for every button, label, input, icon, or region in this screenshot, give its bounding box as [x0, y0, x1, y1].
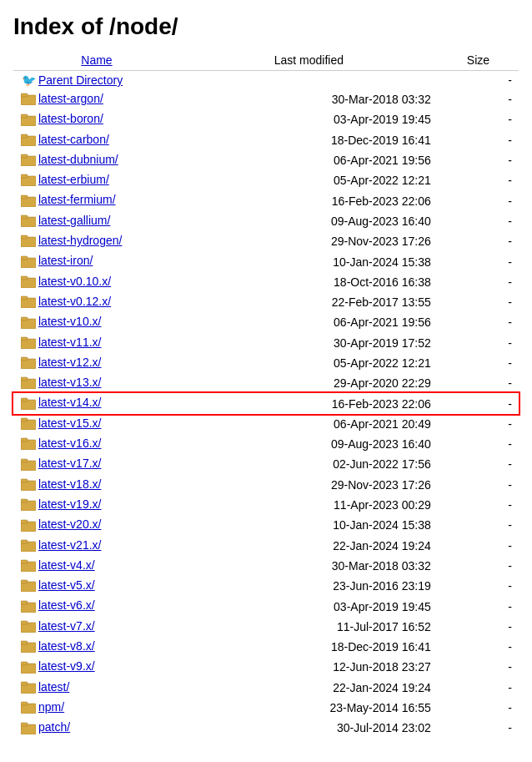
name-sort-link[interactable]: Name [81, 53, 112, 67]
folder-icon [20, 336, 37, 351]
file-size-cell: - [438, 556, 519, 576]
table-row: latest-v13.x/29-Apr-2020 22:29- [13, 373, 519, 393]
folder-icon [20, 153, 37, 168]
table-row: latest-v7.x/11-Jul-2017 16:52- [13, 617, 519, 637]
svg-rect-47 [21, 560, 28, 563]
file-link[interactable]: latest-argon/ [38, 92, 103, 105]
folder-icon [20, 659, 37, 674]
file-link[interactable]: latest-v10.x/ [38, 315, 101, 328]
file-link[interactable]: latest-v13.x/ [38, 376, 101, 389]
file-size-cell: - [438, 617, 519, 637]
parent-icon: 🐦 [20, 73, 37, 87]
file-link[interactable]: latest-v7.x/ [38, 619, 95, 633]
file-link[interactable]: latest-v4.x/ [38, 558, 95, 572]
file-size-cell: - [438, 130, 519, 150]
file-size-cell: - [438, 231, 519, 251]
file-name-cell: latest-v5.x/ [13, 576, 180, 596]
table-row: latest-v20.x/10-Jan-2024 15:38- [13, 515, 519, 535]
file-listing-table: Name Last modified Size 🐦Parent Director… [13, 50, 519, 739]
file-date-cell: 16-Feb-2023 22:06 [180, 190, 438, 210]
file-link[interactable]: latest-gallium/ [38, 214, 110, 227]
folder-icon [20, 295, 37, 310]
file-link[interactable]: Parent Directory [38, 73, 123, 87]
file-link[interactable]: latest-fermium/ [38, 193, 116, 206]
file-link[interactable]: latest-hydrogen/ [38, 234, 122, 247]
col-header-name: Name [13, 50, 180, 71]
file-size-cell: - [438, 596, 519, 616]
folder-icon [20, 376, 37, 391]
file-name-cell: latest-boron/ [13, 109, 180, 129]
file-date-cell: 29-Apr-2020 22:29 [180, 373, 438, 393]
file-size-cell: - [438, 272, 519, 292]
file-name-cell: latest-v13.x/ [13, 373, 180, 393]
file-link[interactable]: latest-v14.x/ [38, 396, 101, 409]
folder-icon [20, 416, 37, 431]
table-row: latest-iron/10-Jan-2024 15:38- [13, 251, 519, 271]
file-link[interactable]: latest-v0.10.x/ [38, 275, 111, 288]
table-row: latest-v15.x/06-Apr-2021 20:49- [13, 414, 519, 434]
file-link[interactable]: latest-v9.x/ [38, 659, 95, 673]
file-link[interactable]: latest-v12.x/ [38, 356, 101, 369]
file-name-cell: latest-v9.x/ [13, 657, 180, 677]
col-header-date: Last modified [180, 50, 438, 71]
file-link[interactable]: latest-iron/ [38, 254, 93, 267]
file-link[interactable]: latest-carbon/ [38, 133, 109, 146]
file-link[interactable]: latest-v19.x/ [38, 497, 101, 511]
table-row: latest-hydrogen/29-Nov-2023 17:26- [13, 231, 519, 251]
file-size-cell: - [438, 109, 519, 129]
file-name-cell: latest-v4.x/ [13, 556, 180, 576]
file-name-cell: latest-v15.x/ [13, 414, 180, 434]
file-link[interactable]: latest/ [38, 680, 69, 694]
folder-icon [20, 517, 37, 532]
file-link[interactable]: latest-v20.x/ [38, 517, 101, 531]
file-size-cell: - [438, 190, 519, 210]
file-name-cell: latest/ [13, 678, 180, 698]
file-link[interactable]: latest-boron/ [38, 112, 103, 125]
svg-rect-31 [21, 398, 28, 401]
file-name-cell: latest-fermium/ [13, 190, 180, 210]
file-name-cell: npm/ [13, 698, 180, 718]
file-name-cell: latest-v14.x/ [13, 393, 180, 413]
file-link[interactable]: latest-v8.x/ [38, 639, 95, 653]
file-date-cell: 29-Nov-2023 17:26 [180, 475, 438, 495]
folder-icon [20, 639, 37, 654]
file-link[interactable]: latest-v6.x/ [38, 598, 95, 612]
svg-rect-25 [21, 337, 28, 341]
file-date-cell: 06-Apr-2021 19:56 [180, 312, 438, 332]
file-date-cell: 18-Oct-2016 16:38 [180, 272, 438, 292]
table-row: latest-dubnium/06-Apr-2021 19:56- [13, 150, 519, 170]
file-link[interactable]: patch/ [38, 720, 70, 734]
file-date-cell: 05-Apr-2022 12:21 [180, 170, 438, 190]
table-row: latest-v9.x/12-Jun-2018 23:27- [13, 657, 519, 677]
svg-rect-59 [21, 682, 28, 685]
file-link[interactable]: latest-dubnium/ [38, 153, 118, 166]
table-row: latest-boron/03-Apr-2019 19:45- [13, 109, 519, 129]
file-link[interactable]: latest-v5.x/ [38, 578, 95, 592]
folder-icon [20, 700, 37, 715]
folder-icon [20, 538, 37, 553]
file-date-cell: 10-Jan-2024 15:38 [180, 251, 438, 271]
table-header-row: Name Last modified Size [13, 50, 519, 71]
file-size-cell: - [438, 393, 519, 413]
table-row: latest-fermium/16-Feb-2023 22:06- [13, 190, 519, 210]
file-link[interactable]: latest-v16.x/ [38, 437, 101, 450]
svg-rect-55 [21, 641, 28, 644]
table-row: latest-v21.x/22-Jan-2024 19:24- [13, 536, 519, 556]
file-link[interactable]: latest-v11.x/ [38, 336, 101, 349]
file-date-cell: 05-Apr-2022 12:21 [180, 353, 438, 373]
file-name-cell: latest-v10.x/ [13, 312, 180, 332]
file-link[interactable]: latest-v15.x/ [38, 416, 101, 430]
file-date-cell: 03-Apr-2019 19:45 [180, 109, 438, 129]
file-date-cell: 30-Apr-2019 17:52 [180, 333, 438, 353]
file-link[interactable]: latest-v21.x/ [38, 538, 101, 552]
file-link[interactable]: npm/ [38, 700, 64, 714]
svg-rect-43 [21, 520, 28, 523]
table-row: latest-v6.x/03-Apr-2019 19:45- [13, 596, 519, 616]
file-link[interactable]: latest-v17.x/ [38, 457, 101, 470]
file-size-cell: - [438, 150, 519, 170]
file-link[interactable]: latest-v0.12.x/ [38, 295, 111, 308]
file-link[interactable]: latest-v18.x/ [38, 477, 101, 491]
file-date-cell: 10-Jan-2024 15:38 [180, 515, 438, 535]
file-link[interactable]: latest-erbium/ [38, 173, 109, 186]
table-row: latest-v4.x/30-Mar-2018 03:32- [13, 556, 519, 576]
